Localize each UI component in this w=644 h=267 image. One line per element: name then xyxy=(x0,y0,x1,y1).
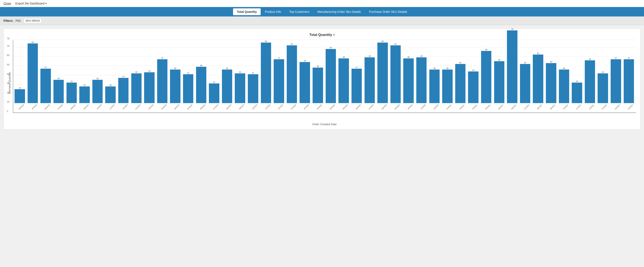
bar-value-label: 44 xyxy=(304,60,306,62)
bar-rect xyxy=(118,78,128,103)
bar-rect xyxy=(378,43,388,103)
bar-value-label: 25 xyxy=(58,77,60,80)
close-button[interactable]: Close xyxy=(4,2,11,5)
bar-group-09-2020: 6209/2020 xyxy=(389,43,402,113)
bar-value-label: 21 xyxy=(213,81,215,83)
bar-rect xyxy=(326,49,336,103)
bar-group-02-2021: 4202/2021 xyxy=(454,62,467,113)
bar-rect xyxy=(533,55,543,103)
nav-tab-manufacturing-order-sku-details[interactable]: Manufacturing Order Sku Details xyxy=(314,8,365,15)
nav-tab-product-info[interactable]: Product Info xyxy=(261,8,285,15)
bar-value-label: 36 xyxy=(563,67,565,69)
bar-rect xyxy=(157,59,168,103)
bar-value-label: 15 xyxy=(18,87,21,89)
bars-row: 010203040506070781504/20186405/20183706/… xyxy=(13,40,636,113)
bar-group-05-2021: 4505/2021 xyxy=(493,59,506,113)
bar-group-04-2018: 1504/2018 xyxy=(13,87,26,113)
bar-group-01-2019: 3201/2019 xyxy=(130,71,143,113)
bar-group-01-2022: 3201/2022 xyxy=(596,71,609,113)
nav-tabs: Total QuantityProduct InfoTop CustomersM… xyxy=(0,7,644,17)
nav-tab-purchase-order-sku-details[interactable]: Purchase Order SKU Details xyxy=(365,8,411,15)
bar-value-label: 45 xyxy=(498,59,500,61)
bar-value-label: 62 xyxy=(291,43,293,45)
bar-value-label: 36 xyxy=(434,67,436,69)
y-tick-label-50: 50 xyxy=(7,63,10,66)
bar-rect xyxy=(481,51,491,103)
bar-value-label: 39 xyxy=(200,64,202,67)
bar-value-label: 31 xyxy=(187,72,189,74)
chart-title-text: Total Quantity xyxy=(310,33,332,37)
bar-rect xyxy=(274,59,284,103)
bar-group-08-2021: 5208/2021 xyxy=(532,52,544,113)
nav-tab-top-customers[interactable]: Top Customers xyxy=(286,8,313,15)
bar-group-02-2019: 3302/2019 xyxy=(143,70,156,113)
bar-rect xyxy=(14,89,25,103)
bar-rect xyxy=(546,63,556,103)
bar-group-05-2019: 3105/2019 xyxy=(182,72,195,113)
bar-group-04-2020: 5804/2020 xyxy=(324,47,338,113)
nav-tab-total-quantity[interactable]: Total Quantity xyxy=(233,8,261,15)
bar-group-07-2020: 4907/2020 xyxy=(363,55,376,113)
y-tick-label-20: 20 xyxy=(7,91,10,94)
bar-rect xyxy=(520,64,530,103)
bar-rect xyxy=(468,72,478,103)
bar-group-06-2018: 3706/2018 xyxy=(39,66,52,113)
bar-value-label: 47 xyxy=(615,57,617,59)
bar-value-label: 48 xyxy=(408,56,410,58)
bar-rect xyxy=(287,45,297,103)
bar-rect xyxy=(54,80,64,103)
y-tick-label-10: 10 xyxy=(7,101,10,103)
bar-rect xyxy=(442,70,452,103)
bar-value-label: 32 xyxy=(135,71,138,73)
bar-value-label: 78 xyxy=(511,28,513,30)
bar-group-11-2020: 4911/2020 xyxy=(415,55,428,113)
bar-rect xyxy=(494,61,504,103)
bar-value-label: 43 xyxy=(550,61,552,63)
bar-rect xyxy=(455,64,466,103)
bar-group-08-2018: 2208/2018 xyxy=(65,80,78,113)
bar-value-label: 31 xyxy=(252,72,254,74)
bar-value-label: 47 xyxy=(278,57,280,59)
chart-container: Total Quantity ▾ Demand Quantity 0102030… xyxy=(4,29,640,129)
bar-rect xyxy=(40,69,51,103)
bar-group-03-2019: 4703/2019 xyxy=(156,57,169,113)
bar-group-03-2022: 4703/2022 xyxy=(622,57,636,113)
bar-group-03-2020: 3803/2020 xyxy=(311,65,324,113)
y-tick-label-78: 78 xyxy=(7,37,10,40)
bar-value-label: 65 xyxy=(382,40,384,42)
bar-rect xyxy=(248,74,258,103)
bar-value-label: 62 xyxy=(394,43,396,45)
bar-value-label: 64 xyxy=(32,41,34,43)
bar-group-10-2019: 3110/2019 xyxy=(246,72,260,113)
bar-rect xyxy=(352,69,362,103)
bar-value-label: 33 xyxy=(148,70,150,72)
bar-group-07-2018: 2507/2018 xyxy=(52,77,65,113)
bar-value-label: 36 xyxy=(446,67,448,69)
bar-group-12-2020: 3612/2020 xyxy=(428,67,441,113)
bar-group-10-2021: 3610/2021 xyxy=(558,67,571,113)
bar-value-label: 32 xyxy=(239,71,241,73)
bar-group-06-2019: 3906/2019 xyxy=(195,64,208,113)
bar-group-02-2020: 4402/2020 xyxy=(298,60,311,113)
bar-rect xyxy=(170,70,180,103)
bar-group-06-2020: 3706/2020 xyxy=(350,66,363,113)
bar-group-09-2018: 1809/2018 xyxy=(78,84,91,113)
bar-group-12-2021: 4612/2021 xyxy=(584,58,596,113)
export-button[interactable]: Export the Dashboard xyxy=(16,2,46,5)
bar-rect xyxy=(131,73,142,103)
bar-rect xyxy=(559,70,569,103)
bar-rect xyxy=(28,44,38,103)
bar-rect xyxy=(429,70,440,103)
bar-value-label: 49 xyxy=(420,55,422,57)
chart-dropdown-icon[interactable]: ▾ xyxy=(333,33,334,36)
bar-rect xyxy=(66,83,77,103)
bar-rect xyxy=(416,57,426,103)
filters-label: Filters: xyxy=(4,19,14,23)
pid-value: SKU 00019 xyxy=(24,18,42,23)
bar-value-label: 48 xyxy=(343,56,345,58)
top-bar: Close Export the Dashboard xyxy=(0,0,644,7)
bar-value-label: 25 xyxy=(96,77,98,80)
bar-rect xyxy=(105,86,116,103)
bar-group-07-2019: 2107/2019 xyxy=(208,81,221,113)
y-tick-label-0: 0 xyxy=(7,110,8,113)
